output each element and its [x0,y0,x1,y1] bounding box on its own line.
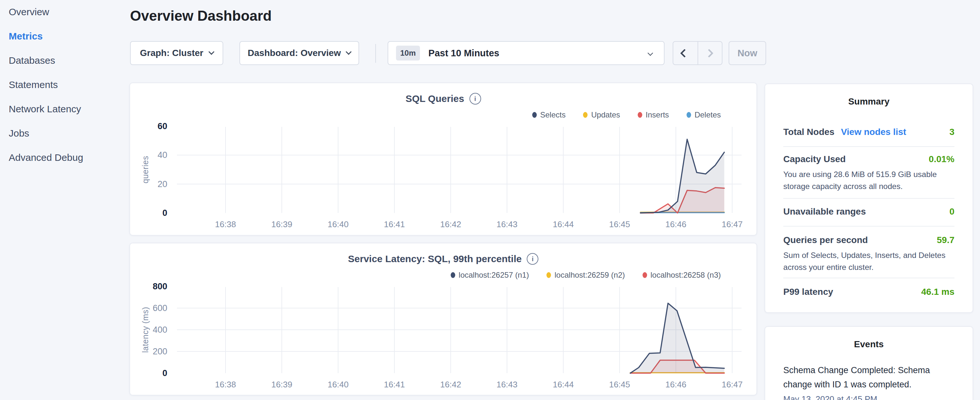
x-tick-label: 16:40 [315,379,361,390]
x-tick-label: 16:44 [541,379,586,390]
time-range-selector[interactable]: 10m Past 10 Minutes [388,41,665,65]
x-tick-label: 16:42 [428,379,473,390]
x-tick-label: 16:38 [203,379,248,390]
summary-row-label: Queries per second [783,235,868,245]
chevron-right-icon [705,49,713,57]
graph-scope-dropdown[interactable]: Graph: Cluster [130,41,223,65]
summary-row: Queries per second59.7 [783,235,955,245]
sidebar-item-metrics[interactable]: Metrics [9,31,129,41]
chart-title: SQL Queries [406,93,464,104]
legend-item: localhost:26257 (n1) [451,271,529,280]
legend-dot-icon [687,112,691,118]
x-tick-label: 16:41 [372,379,417,390]
chart-title: Service Latency: SQL, 99th percentile [348,253,522,265]
time-range-badge: 10m [396,46,420,61]
chevron-down-icon [648,51,653,56]
time-range-label: Past 10 Minutes [428,48,499,59]
legend-item: Selects [532,110,566,120]
sidebar-nav: OverviewMetricsDatabasesStatementsNetwor… [0,0,129,400]
sidebar-item-databases[interactable]: Databases [9,56,129,65]
dashboard-dropdown[interactable]: Dashboard: Overview [239,41,359,65]
chevron-down-icon [346,49,352,55]
sidebar-item-network-latency[interactable]: Network Latency [9,104,129,114]
x-tick-label: 16:39 [259,220,304,229]
sidebar-item-statements[interactable]: Statements [9,80,129,90]
chart-legend: localhost:26257 (n1)localhost:26259 (n2)… [451,271,721,280]
legend-item: Deletes [687,110,721,120]
sidebar-item-jobs[interactable]: Jobs [9,129,129,138]
legend-label: localhost:26257 (n1) [459,271,529,280]
x-tick-label: 16:41 [372,220,417,229]
summary-divider [783,226,955,226]
x-tick-label: 16:46 [653,220,698,229]
legend-dot-icon [638,112,642,118]
controls-divider [375,44,376,63]
legend-item: Updates [583,110,620,120]
y-tick-label: 0 [129,368,167,378]
summary-rows: Total NodesView nodes list3Capacity Used… [765,127,972,297]
chart-canvas[interactable] [177,285,741,375]
legend-label: localhost:26258 (n3) [651,271,721,280]
chart-canvas[interactable] [177,125,741,214]
summary-row-value: 59.7 [937,235,955,245]
legend-dot-icon [583,112,587,118]
y-tick-label: 400 [129,325,167,335]
x-tick-label: 16:43 [484,220,530,229]
summary-divider [783,146,955,147]
summary-row: P99 latency46.1 ms [783,287,955,297]
y-tick-label: 40 [129,150,167,160]
chart-plot-area: latency (ms) 020040060080016:3816:3916:4… [177,285,741,375]
y-tick-label: 600 [129,303,167,313]
service-latency-chart-card: Service Latency: SQL, 99th percentile i … [129,243,757,395]
legend-dot-icon [546,272,551,278]
y-tick-label: 0 [129,208,167,218]
summary-row-description: Sum of Selects, Updates, Inserts, and De… [783,249,955,273]
summary-row-label: Total Nodes [783,127,834,137]
x-tick-label: 16:43 [484,379,530,390]
event-timestamp: May 13, 2020 at 4:45 PM [783,394,955,400]
info-icon[interactable]: i [469,93,481,105]
legend-dot-icon [532,112,537,118]
y-tick-label: 800 [129,282,167,292]
summary-row: Total NodesView nodes list3 [783,127,955,137]
page-title: Overview Dashboard [130,8,272,24]
dashboard-dropdown-label: Dashboard: Overview [248,48,341,58]
events-panel: Events Schema Change Completed: Schema c… [765,326,973,400]
summary-row-value: 46.1 ms [921,287,955,297]
view-nodes-list-link[interactable]: View nodes list [841,127,906,137]
chart-plot-area: queries 020406016:3816:3916:4016:4116:42… [177,125,741,214]
summary-row-value: 3 [949,127,955,137]
sidebar-item-overview[interactable]: Overview [9,7,129,17]
next-interval-button[interactable] [698,42,722,64]
summary-row-label: Unavailable ranges [783,207,866,217]
x-tick-label: 16:47 [710,379,755,390]
x-tick-label: 16:45 [597,379,642,390]
info-icon[interactable]: i [527,253,538,265]
x-tick-label: 16:45 [597,220,642,229]
summary-row: Unavailable ranges0 [783,207,955,217]
y-tick-label: 60 [129,121,167,131]
x-tick-label: 16:47 [710,220,755,229]
legend-label: Updates [591,110,620,120]
now-button[interactable]: Now [729,41,766,65]
sidebar-item-advanced-debug[interactable]: Advanced Debug [9,153,129,163]
x-tick-label: 16:46 [653,379,698,390]
chevron-left-icon [680,49,689,57]
x-tick-label: 16:44 [541,220,586,229]
summary-row-description: You are using 28.6 MiB of 515.9 GiB usab… [783,168,955,192]
time-step-buttons [673,41,722,65]
events-title: Events [765,339,972,349]
summary-panel: Summary Total NodesView nodes list3Capac… [765,83,973,313]
event-message[interactable]: Schema Change Completed: Schema change w… [783,363,955,392]
legend-item: localhost:26258 (n3) [643,271,721,280]
legend-item: Inserts [638,110,669,120]
chevron-down-icon [208,49,214,55]
summary-row-label: P99 latency [783,287,833,297]
sql-queries-chart-card: SQL Queries i SelectsUpdatesInsertsDelet… [129,83,757,236]
previous-interval-button[interactable] [673,42,698,64]
x-tick-label: 16:40 [315,220,361,229]
legend-item: localhost:26259 (n2) [546,271,625,280]
y-tick-label: 200 [129,347,167,357]
summary-divider [783,278,955,278]
summary-divider [783,198,955,199]
